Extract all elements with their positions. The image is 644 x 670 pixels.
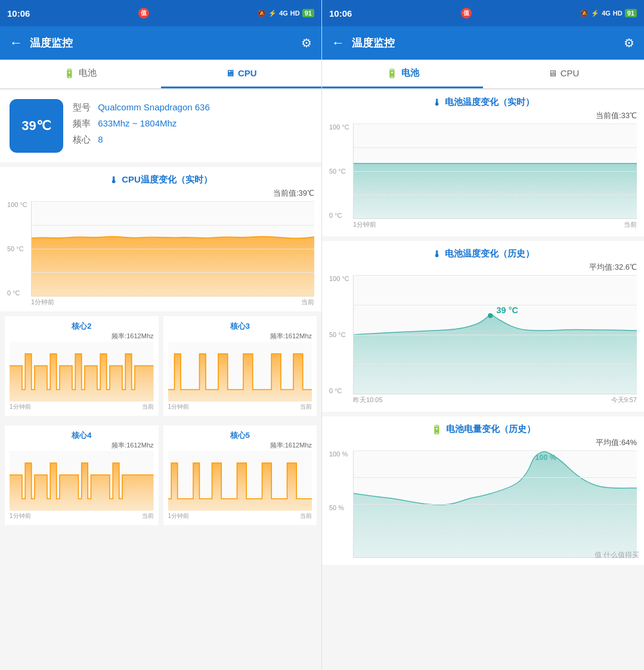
- cpu-freq-row: 频率 633Mhz ~ 1804Mhz: [73, 118, 312, 129]
- right-title: 温度监控: [352, 36, 624, 50]
- battery-history-chart-area: 39 °C: [353, 275, 637, 394]
- core4-xlabels: 1分钟前 当前: [10, 512, 154, 520]
- hist-grid-0: [354, 275, 637, 276]
- battery-icon: 🔋: [64, 68, 75, 79]
- core3-chart-area: [168, 342, 312, 402]
- left-tab-cpu[interactable]: 🖥 CPU: [161, 60, 322, 88]
- left-back-button[interactable]: ←: [10, 35, 23, 51]
- cpu-realtime-current: 当前值:39℃: [7, 188, 314, 199]
- battery-realtime-chart-area: [353, 123, 637, 219]
- battery-charge-y-labels: 100 % 50 %: [329, 450, 348, 558]
- grid-line-75: [32, 272, 314, 273]
- grid-line-25: [32, 225, 314, 226]
- core-charts-row-2: 核心4 频率:1612Mhz 1分: [0, 421, 321, 530]
- core4-svg: [10, 451, 154, 511]
- core3-xlabels: 1分钟前 当前: [168, 403, 312, 411]
- core5-xlabels: 1分钟前 当前: [168, 512, 312, 520]
- left-settings-button[interactable]: ⚙: [301, 36, 312, 50]
- left-content: 39℃ 型号 Qualcomm Snapdragon 636 频率 633Mhz…: [0, 89, 321, 670]
- core3-chart-card: 核心3 频率:1612Mhz 1分: [163, 316, 317, 416]
- battery-charge-title: 🔋 电池电量变化（历史）: [329, 424, 637, 435]
- thermometer2-icon: 🌡: [432, 97, 441, 107]
- core5-chart-area: [168, 451, 312, 511]
- batt-grid-25: [354, 147, 637, 148]
- right-app-icon: 值: [461, 8, 472, 18]
- batt-grid-75: [354, 194, 637, 195]
- watermark: 值 什么值得买: [595, 550, 639, 560]
- grid-line-top: [32, 201, 314, 202]
- batt-grid-0: [354, 123, 637, 124]
- right-cpu-icon: 🖥: [548, 68, 557, 78]
- right-tab-cpu[interactable]: 🖥 CPU: [483, 60, 644, 88]
- charge-grid-25: [354, 477, 637, 478]
- hist-grid-25: [354, 305, 637, 305]
- left-time: 10:06: [7, 8, 30, 18]
- left-status-bar: 10:06 值 🔕 ⚡ 4G HD 91: [0, 0, 321, 26]
- battery-realtime-title: 🌡 电池温度变化（实时）: [329, 97, 637, 108]
- right-status-bar: 10:06 值 🔕 ⚡ 4G HD 91: [322, 0, 644, 26]
- thermometer-icon: 🌡: [109, 175, 118, 185]
- battery-realtime-y-labels: 100 °C 50 °C 0 °C: [329, 123, 349, 219]
- battery-history-avg: 平均值:32.6℃: [329, 262, 637, 273]
- cpu-realtime-chart-card: 🌡 CPU温度变化（实时） 当前值:39℃ 100 °C 50 °C 0 °C: [0, 167, 321, 311]
- battery-charge-avg: 平均值:64%: [329, 437, 637, 448]
- battery-history-y-labels: 100 °C 50 °C 0 °C: [329, 275, 349, 394]
- cpu-chip-icon: 39℃: [10, 99, 63, 153]
- left-top-bar: ← 温度监控 ⚙: [0, 26, 321, 60]
- battery-history-card: 🌡 电池温度变化（历史） 平均值:32.6℃ 100 °C 50 °C 0 °C: [322, 241, 644, 412]
- cpu-core-row: 核心 8: [73, 134, 312, 146]
- right-settings-button[interactable]: ⚙: [624, 36, 634, 50]
- right-panel: 10:06 值 🔕 ⚡ 4G HD 91 ← 温度监控 ⚙ 🔋 电池 🖥 CPU…: [322, 0, 644, 670]
- right-tab-battery[interactable]: 🔋 电池: [322, 60, 483, 88]
- right-status-icons: 🔕 ⚡ 4G HD 91: [580, 9, 637, 17]
- core2-chart-area: [10, 342, 154, 402]
- battery-realtime-current: 当前值:33℃: [329, 110, 637, 121]
- core2-xlabels: 1分钟前 当前: [10, 403, 154, 411]
- left-battery: 91: [302, 9, 314, 17]
- cpu-details: 型号 Qualcomm Snapdragon 636 频率 633Mhz ~ 1…: [73, 102, 312, 150]
- left-tab-battery[interactable]: 🔋 电池: [0, 60, 161, 88]
- right-tabs: 🔋 电池 🖥 CPU: [322, 60, 644, 89]
- charge-grid-50: [354, 504, 637, 505]
- core2-chart-card: 核心2 频率:1612Mhz 1分: [5, 316, 159, 416]
- cpu-realtime-title: 🌡 CPU温度变化（实时）: [7, 174, 314, 186]
- left-app-icon: 值: [138, 8, 149, 18]
- core4-chart-area: [10, 451, 154, 511]
- left-panel: 10:06 值 🔕 ⚡ 4G HD 91 ← 温度监控 ⚙ 🔋 电池 🖥 CPU: [0, 0, 322, 670]
- battery-realtime-card: 🌡 电池温度变化（实时） 当前值:33℃ 100 °C 50 °C 0 °C: [322, 89, 644, 236]
- batt-grid-50: [354, 171, 637, 172]
- cpu-icon: 🖥: [225, 68, 234, 78]
- hist-grid-75: [354, 364, 637, 365]
- battery2-icon: 🔋: [431, 424, 442, 435]
- cpu-x-labels: 1分钟前 当前: [31, 298, 314, 307]
- right-battery-icon: 🔋: [386, 68, 398, 79]
- core5-svg: [168, 451, 312, 511]
- svg-point-0: [488, 313, 493, 318]
- left-title: 温度监控: [30, 36, 301, 50]
- core3-svg: [168, 342, 312, 402]
- battery-charge-wrapper: 100 % 50 %: [353, 450, 637, 558]
- cpu-y-labels: 100 °C 50 °C 0 °C: [7, 201, 27, 297]
- battery-realtime-xlabels: 1分钟前 当前: [353, 220, 637, 229]
- right-back-button[interactable]: ←: [332, 35, 345, 51]
- cpu-realtime-chart-area: [31, 201, 314, 297]
- left-tabs: 🔋 电池 🖥 CPU: [0, 60, 321, 89]
- cpu-realtime-chart-wrapper: 100 °C 50 °C 0 °C: [31, 201, 314, 307]
- cpu-info-card: 39℃ 型号 Qualcomm Snapdragon 636 频率 633Mhz…: [0, 89, 321, 162]
- battery-history-wrapper: 100 °C 50 °C 0 °C: [353, 275, 637, 405]
- battery-charge-card: 🔋 电池电量变化（历史） 平均值:64% 100 % 50 %: [322, 416, 644, 565]
- core-charts-row-1: 核心2 频率:1612Mhz 1分: [0, 311, 321, 421]
- left-status-icons: 🔕 ⚡ 4G HD 91: [258, 9, 314, 17]
- battery-realtime-wrapper: 100 °C 50 °C 0 °C: [353, 123, 637, 229]
- battery-charge-chart-area: 100 %: [353, 450, 637, 558]
- right-time: 10:06: [329, 8, 352, 18]
- cpu-model-row: 型号 Qualcomm Snapdragon 636: [73, 102, 312, 113]
- charge-grid-75: [354, 530, 637, 531]
- core4-chart-card: 核心4 频率:1612Mhz 1分: [5, 425, 159, 525]
- svg-text:100 %: 100 %: [535, 453, 556, 462]
- thermometer3-icon: 🌡: [432, 249, 441, 259]
- right-battery: 91: [625, 9, 637, 17]
- core5-chart-card: 核心5 频率:1612Mhz 1分: [163, 425, 317, 525]
- svg-text:39 °C: 39 °C: [497, 305, 518, 315]
- hist-grid-50: [354, 335, 637, 335]
